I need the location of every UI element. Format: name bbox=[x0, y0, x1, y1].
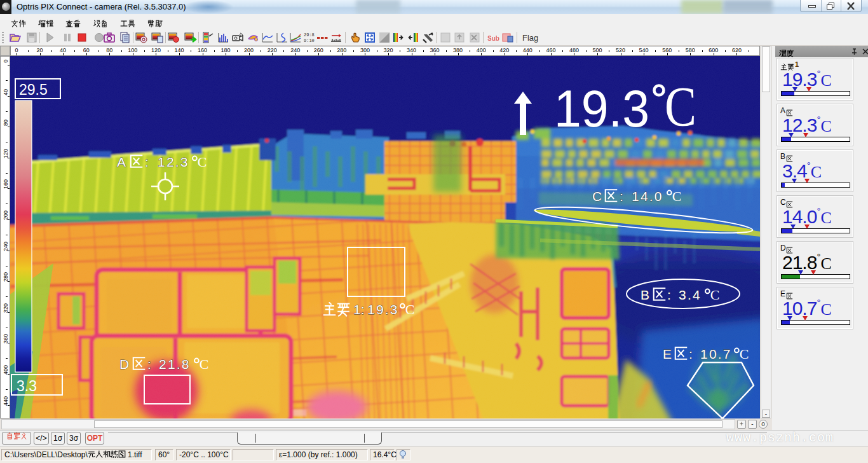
svg-text:3.3: 3.3 bbox=[17, 378, 37, 394]
svg-text::: : bbox=[620, 189, 623, 204]
svg-text:B: B bbox=[641, 287, 649, 302]
svg-text::: : bbox=[147, 357, 151, 371]
svg-text::: : bbox=[145, 155, 149, 169]
svg-text:A: A bbox=[117, 155, 126, 169]
svg-text:C: C bbox=[592, 189, 602, 204]
svg-text:C: C bbox=[740, 346, 749, 362]
svg-text:12.3: 12.3 bbox=[158, 155, 189, 169]
svg-text:3.4: 3.4 bbox=[679, 287, 702, 302]
svg-text:29.5: 29.5 bbox=[19, 81, 48, 98]
svg-text:Sub: Sub bbox=[487, 35, 499, 42]
svg-text:19.3: 19.3 bbox=[554, 79, 649, 137]
svg-text:C: C bbox=[710, 287, 720, 303]
svg-text::: : bbox=[689, 347, 693, 361]
svg-text:C: C bbox=[672, 188, 682, 204]
svg-text:1:: 1: bbox=[353, 302, 365, 317]
svg-text:D: D bbox=[119, 357, 129, 371]
svg-text:10.7: 10.7 bbox=[700, 347, 732, 361]
svg-text:C: C bbox=[198, 154, 207, 170]
svg-text:C: C bbox=[200, 356, 209, 372]
svg-text:21.8: 21.8 bbox=[159, 357, 191, 371]
svg-text:E: E bbox=[663, 347, 672, 361]
svg-text:29:8: 29:8 bbox=[304, 32, 315, 38]
svg-text:C: C bbox=[665, 76, 696, 137]
svg-text:19.3: 19.3 bbox=[367, 302, 399, 317]
svg-text::: : bbox=[667, 287, 671, 302]
svg-text:C: C bbox=[405, 301, 415, 317]
svg-text:14.0: 14.0 bbox=[632, 189, 663, 204]
svg-text:9:10: 9:10 bbox=[304, 38, 315, 43]
